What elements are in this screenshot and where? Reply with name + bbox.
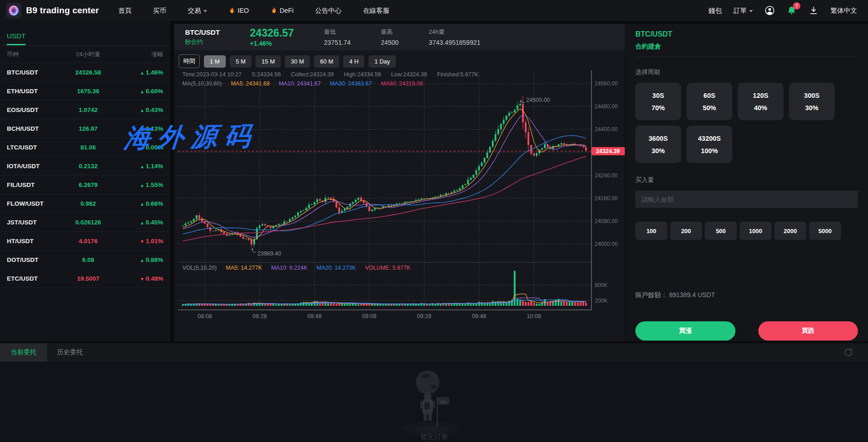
pair-volume: 1675.36 [60,88,116,95]
chevron-down-icon [749,10,753,12]
interval-button[interactable]: 15 M [256,55,281,68]
ohlc-info-segment: S:24334.56 [251,71,281,78]
pair-volume: 81.06 [60,144,116,151]
quick-amount-button[interactable]: 5000 [809,222,841,240]
col-volume: 24小时量 [60,50,116,59]
period-duration: 30S [652,92,664,99]
pair-name: HT/USDT [7,238,60,245]
period-rate: 50% [703,104,716,112]
nav-item[interactable]: 在線客服 [363,6,389,15]
interval-button[interactable]: 60 M [314,55,339,68]
market-row[interactable]: ETC/USDT 19.5007 0.48% [0,269,170,288]
market-row[interactable]: IOTA/USDT 0.2132 1.14% [0,157,170,176]
profile-icon[interactable] [765,5,775,16]
nav-item[interactable]: 买币 [153,6,166,15]
stat-volume: 24h量 3743.4951859921 [429,28,480,46]
quick-amount-button[interactable]: 200 [670,222,702,240]
quick-amount-button[interactable]: 500 [705,222,737,240]
language-selector[interactable]: 繁体中文 [831,6,857,15]
period-card[interactable]: 300S 30% [789,83,835,120]
pair-volume: 24326.58 [60,69,116,76]
quick-amount-button[interactable]: 100 [635,222,667,240]
market-contract-type: 秒合约 [185,38,220,46]
market-row[interactable]: LTC/USDT 81.06 0.00% [0,138,170,157]
interval-button[interactable]: 5 M [230,55,252,68]
period-duration: 300S [804,92,820,99]
nav-item[interactable]: 交易 [188,6,207,15]
svg-text:08:48: 08:48 [307,313,321,320]
nav-wallet[interactable]: 錢包 [708,6,722,15]
nav-item-label: IEO [238,7,249,14]
ohlc-info-segment: Collect:24324.39 [291,71,334,78]
interval-button[interactable]: 4 H [343,55,364,68]
time-button[interactable]: 時間 [179,54,200,68]
refresh-icon[interactable] [843,347,853,357]
period-card[interactable]: 43200S 100% [687,126,732,163]
col-change: 涨幅 [116,50,163,59]
orders-tab-bar: 当前委托 历史委托 [0,343,868,362]
amount-input[interactable] [635,191,858,208]
market-row[interactable]: BCH/USDT 126.97 2.13% [0,119,170,138]
kline-chart[interactable]: 24560.0024480.0024400.0024320.0024240.00… [178,70,625,341]
pair-name: BTC/USDT [7,69,60,76]
brand-name[interactable]: B9 trading center [26,5,99,16]
nav-item-label: 交易 [188,6,201,15]
tab-usdt[interactable]: USDT [7,32,26,45]
buy-down-button[interactable]: 買跌 [758,321,858,341]
pair-name: DOT/USDT [7,256,60,263]
market-row[interactable]: HT/USDT 4.0176 1.01% [0,232,170,250]
period-rate: 70% [651,104,665,112]
market-pair: BTC/USDT 秒合约 [185,28,220,46]
price-change: +1.46% [250,40,294,47]
market-sidebar: USDT 币种 24小时量 涨幅 BTC/USDT 24326.58 1.46%… [0,21,170,341]
svg-text:24160.00: 24160.00 [595,195,618,202]
chevron-down-icon [203,10,207,12]
interval-button[interactable]: 1 M [204,55,226,68]
orders-tab[interactable]: 当前委托 [0,343,47,362]
stat-high: 最高 24500 [381,28,399,46]
interval-button[interactable]: 30 M [285,55,310,68]
svg-text:24324.39: 24324.39 [596,148,620,154]
pair-change: 0.66% [116,200,163,207]
nav-item[interactable]: 公告中心 [315,6,341,15]
sidebar-tabs: USDT [0,21,170,46]
download-icon[interactable] [809,5,819,16]
buy-up-button[interactable]: 買漲 [635,321,735,341]
market-row[interactable]: BTC/USDT 24326.58 1.46% [0,63,170,82]
market-table-header: 币种 24小时量 涨幅 [0,46,170,63]
brand-logo-icon[interactable] [6,3,21,18]
ohlc-info-segment: Low:24324.39 [391,71,427,78]
trade-pair: BTC/USDT [635,30,858,38]
svg-text:09:28: 09:28 [417,313,431,320]
notification-bell-icon[interactable]: 7 [787,5,797,16]
interval-button[interactable]: 1 Day [368,55,396,68]
stat-low-value: 23751.74 [324,39,351,46]
pair-volume: 1.0742 [60,107,116,113]
svg-text:08:08: 08:08 [197,313,212,320]
pair-name: JST/USDT [7,219,60,226]
period-card[interactable]: 120S 40% [738,83,783,120]
orders-tab[interactable]: 历史委托 [47,343,93,362]
market-row[interactable]: EOS/USDT 1.0742 0.43% [0,101,170,119]
quick-amount-button[interactable]: 1000 [740,222,772,240]
period-card[interactable]: 3600S 30% [635,126,681,163]
volume-legend: VOL(5,10,20) MA5: 14.277K MA10: 9.224K M… [182,265,410,271]
quick-amount-button[interactable]: 2000 [774,222,806,240]
nav-item[interactable]: 首頁 [118,6,132,15]
market-row[interactable]: FIL/USDT 6.2679 1.55% [0,176,170,194]
period-card[interactable]: 60S 50% [687,83,732,120]
amount-label: 买入量 [635,176,858,184]
nav-item[interactable]: DeFi [271,7,294,14]
ma5-value: MA5: 24341.68 [231,80,270,87]
trade-buttons: 買漲 買跌 [635,321,858,341]
flame-icon [271,7,277,14]
market-row[interactable]: ETH/USDT 1675.36 0.60% [0,82,170,101]
market-row[interactable]: FLOW/USDT 0.982 0.66% [0,194,170,213]
nav-item[interactable]: IEO [229,7,249,14]
market-row[interactable]: JST/USDT 0.026126 0.45% [0,213,170,232]
period-card[interactable]: 30S 70% [635,83,681,120]
nav-orders[interactable]: 訂單 [734,6,753,15]
interval-toolbar: 時間 1 M 5 M 15 M 30 M 60 M 4 H 1 Day [174,50,625,68]
market-row[interactable]: DOT/USDT 6.08 0.88% [0,250,170,269]
nav-item-label: 在線客服 [363,6,389,15]
